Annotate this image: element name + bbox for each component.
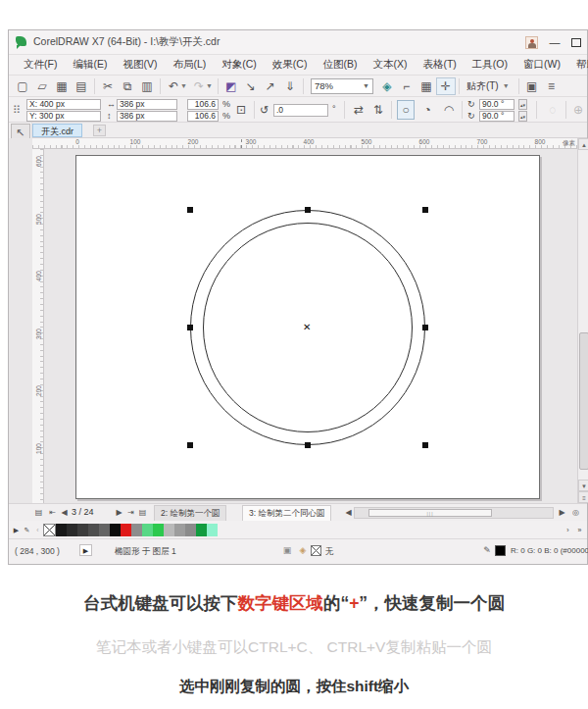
arc-mode-button[interactable]: ◠ bbox=[440, 100, 458, 120]
scroll-down-button[interactable]: ▼ bbox=[578, 480, 588, 491]
fullscreen-preview-button[interactable]: ◈ bbox=[377, 77, 397, 95]
mirror-horizontal-button[interactable]: ⇄ bbox=[350, 100, 368, 120]
ellipse-mode-button[interactable]: ○ bbox=[397, 100, 415, 120]
horizontal-ruler[interactable]: 0100200300400500600700800像素 bbox=[32, 138, 577, 149]
open-button[interactable]: ▱ bbox=[32, 77, 52, 95]
new-document-button[interactable]: ▢ bbox=[13, 77, 32, 95]
tab-scroll-right-button[interactable]: ▶ bbox=[556, 506, 568, 519]
palette-swatch-14[interactable] bbox=[207, 524, 218, 536]
pie-mode-button[interactable]: ◔ bbox=[418, 100, 436, 120]
palette-scroll-start-button[interactable]: ‹ bbox=[32, 524, 43, 536]
previous-page-button[interactable]: ◀ bbox=[58, 506, 71, 519]
selection-handle[interactable] bbox=[305, 207, 311, 213]
menu-item-10[interactable]: 窗口(W) bbox=[516, 56, 567, 74]
snap-to-button[interactable]: ✛ bbox=[436, 77, 456, 95]
palette-swatch-11[interactable] bbox=[174, 524, 185, 536]
paste-button[interactable]: ▥ bbox=[137, 77, 157, 95]
palette-scroll-more-button[interactable]: › bbox=[563, 524, 573, 536]
canvas-viewport[interactable]: ✕ bbox=[44, 149, 577, 503]
no-color-swatch[interactable] bbox=[43, 524, 56, 536]
copy-button[interactable]: ⧉ bbox=[118, 77, 137, 95]
palette-swatch-1[interactable] bbox=[67, 524, 77, 536]
palette-swatch-13[interactable] bbox=[196, 524, 207, 536]
palette-swatch-0[interactable] bbox=[56, 524, 67, 536]
palette-swatch-9[interactable] bbox=[153, 524, 164, 536]
palette-swatch-12[interactable] bbox=[185, 524, 196, 536]
zoom-level-combo[interactable]: 78% ▼ bbox=[311, 78, 373, 94]
selection-handle[interactable] bbox=[422, 442, 428, 448]
palette-eyedropper-icon[interactable]: ✎ bbox=[22, 524, 32, 536]
status-flyout-button[interactable]: ▶ bbox=[79, 544, 92, 556]
add-page-button[interactable]: ▤ bbox=[32, 506, 45, 519]
lock-ratio-button[interactable]: ⊡ bbox=[234, 100, 248, 120]
start-angle-stepper[interactable]: ▴▾ bbox=[518, 99, 527, 110]
selection-handle[interactable] bbox=[422, 325, 428, 330]
object-height-field[interactable]: 386 px bbox=[117, 111, 177, 122]
minimize-button[interactable]: — bbox=[547, 35, 563, 49]
show-rulers-button[interactable]: ⌐ bbox=[397, 77, 416, 95]
selection-center-marker[interactable]: ✕ bbox=[303, 323, 311, 332]
cut-button[interactable]: ✂ bbox=[98, 77, 118, 95]
menu-item-5[interactable]: 效果(C) bbox=[266, 56, 315, 74]
palette-swatch-5[interactable] bbox=[110, 524, 121, 536]
menu-item-2[interactable]: 视图(V) bbox=[116, 56, 164, 74]
mirror-vertical-button[interactable]: ⇅ bbox=[369, 100, 387, 120]
selection-handle[interactable] bbox=[305, 442, 311, 448]
menu-item-0[interactable]: 文件(F) bbox=[17, 56, 64, 74]
page-tab-3-active[interactable]: 3: 绘制第二个同心圆 bbox=[242, 505, 331, 521]
export-button[interactable]: ↗ bbox=[261, 77, 280, 95]
new-document-tab-button[interactable]: + bbox=[93, 125, 106, 136]
palette-flyout-button[interactable]: ▶ bbox=[11, 524, 22, 536]
print-button[interactable]: ▤ bbox=[72, 77, 91, 95]
menu-item-7[interactable]: 文本(X) bbox=[366, 56, 414, 74]
menu-item-6[interactable]: 位图(B) bbox=[316, 56, 364, 74]
save-button[interactable]: ▦ bbox=[52, 77, 72, 95]
rotation-angle-field[interactable]: .0 bbox=[273, 104, 328, 117]
change-direction-button[interactable]: ◌ bbox=[544, 100, 562, 120]
selection-handle[interactable] bbox=[187, 207, 193, 213]
options-button[interactable]: ▣ bbox=[522, 77, 542, 95]
x-position-field[interactable]: X: 400 px bbox=[26, 99, 101, 110]
document-tab-active[interactable]: 开关.cdr bbox=[32, 124, 82, 137]
maximize-button[interactable] bbox=[571, 38, 581, 47]
menu-item-8[interactable]: 表格(T) bbox=[416, 56, 463, 74]
menu-item-1[interactable]: 编辑(E) bbox=[66, 56, 114, 74]
import-button[interactable]: ↘ bbox=[241, 77, 261, 95]
page-zoom-button[interactable]: ◎ bbox=[569, 506, 582, 519]
menu-item-9[interactable]: 工具(O) bbox=[466, 56, 514, 74]
pan-pages-button[interactable]: ≡ bbox=[578, 491, 588, 503]
app-launcher-button[interactable]: ≡ bbox=[542, 77, 562, 95]
vertical-scroll-thumb[interactable] bbox=[579, 332, 588, 470]
menu-item-11[interactable]: 帮助(H) bbox=[569, 56, 588, 74]
add-page-button-2[interactable]: ▤ bbox=[136, 506, 149, 519]
palette-swatch-10[interactable] bbox=[164, 524, 174, 536]
scale-v-field[interactable]: 106.6 bbox=[187, 111, 219, 122]
search-content-button[interactable]: ◩ bbox=[221, 77, 241, 95]
y-position-field[interactable]: Y: 300 px bbox=[26, 111, 101, 122]
account-icon[interactable] bbox=[525, 36, 538, 49]
vertical-scrollbar[interactable]: ▲ ▼ ≡ bbox=[577, 138, 588, 503]
convert-to-curves-button[interactable]: ⊕ bbox=[569, 100, 587, 120]
scroll-up-button[interactable]: ▲ bbox=[578, 138, 588, 150]
selection-handle[interactable] bbox=[422, 207, 428, 213]
page-tab-2[interactable]: 2: 绘制第一个圆 bbox=[154, 505, 226, 521]
end-angle-field[interactable]: 90.0 ° bbox=[479, 111, 514, 122]
end-angle-stepper[interactable]: ▴▾ bbox=[518, 111, 527, 122]
palette-swatch-2[interactable] bbox=[77, 524, 88, 536]
vertical-ruler[interactable]: 6005004003002001000 bbox=[32, 149, 44, 503]
object-width-field[interactable]: 386 px bbox=[117, 99, 177, 110]
show-grid-button[interactable]: ▦ bbox=[416, 77, 436, 95]
palette-swatch-6[interactable] bbox=[121, 524, 131, 536]
palette-swatch-3[interactable] bbox=[88, 524, 99, 536]
palette-swatch-4[interactable] bbox=[99, 524, 110, 536]
menu-item-3[interactable]: 布局(L) bbox=[166, 56, 213, 74]
selection-handle[interactable] bbox=[187, 442, 193, 448]
horizontal-scroll-thumb[interactable]: ||| bbox=[368, 509, 492, 517]
palette-swatch-8[interactable] bbox=[142, 524, 153, 536]
palette-swatch-7[interactable] bbox=[131, 524, 142, 536]
menu-item-4[interactable]: 对象(C) bbox=[215, 56, 264, 74]
palette-expand-button[interactable]: » bbox=[574, 524, 585, 536]
selection-handle[interactable] bbox=[187, 325, 193, 330]
scale-h-field[interactable]: 106.6 bbox=[187, 99, 219, 110]
start-angle-field[interactable]: 90.0 ° bbox=[479, 99, 514, 110]
